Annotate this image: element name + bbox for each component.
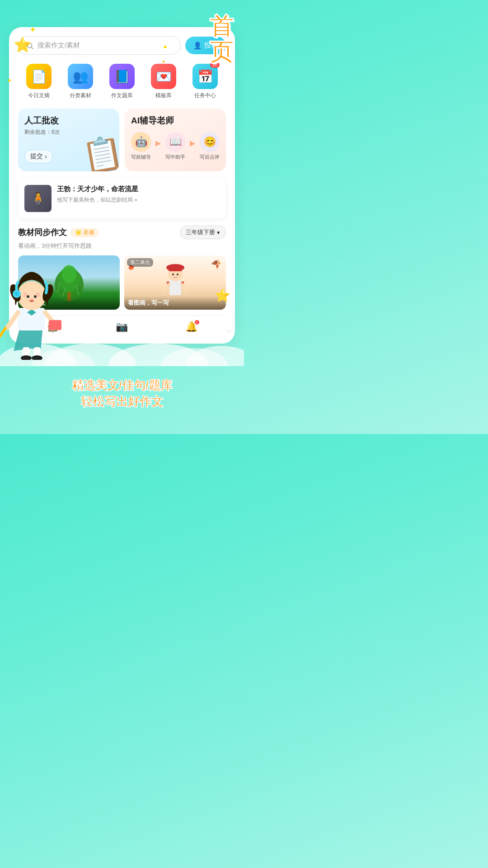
doc-illustration: 📋 xyxy=(79,132,119,171)
nav-icon-category: 👥 xyxy=(68,64,93,89)
grade-label: 三年级下册 xyxy=(186,228,215,236)
textbook-cards: 植物朋友 xyxy=(18,255,226,310)
ai-step-2[interactable]: 📖 写中助手 xyxy=(165,132,185,160)
article-info: 王勃：天才少年，命若流星 他写下最美秋色，却以悲剧结局 » xyxy=(57,185,138,212)
article-desc: 他写下最美秋色，却以悲剧结局 » xyxy=(57,196,138,204)
feature-panels: 人工批改 剩余批改：8次 提交 › 📋 AI辅导老师 🤖 写前辅导 ▶ 📖 写中… xyxy=(18,108,226,171)
svg-point-4 xyxy=(62,265,76,283)
nav-item-template[interactable]: 💌 模板库 xyxy=(151,64,176,99)
grade-selector[interactable]: 三年级下册 ▾ xyxy=(180,226,226,239)
card-2-unit-badge: 第二单元 xyxy=(127,258,153,267)
card-1-visual: 植物朋友 xyxy=(18,255,120,310)
article-title: 王勃：天才少年，命若流星 xyxy=(57,185,138,193)
textbook-card-2[interactable]: 🍂 🍁 第二单元 看图画，写一写 xyxy=(124,255,226,310)
cloud-svg xyxy=(0,330,244,366)
svg-line-15 xyxy=(164,284,169,291)
article-thumb: 🧍 xyxy=(24,185,52,212)
nav-label-topic: 作文题库 xyxy=(111,92,133,99)
textbook-section: 教材同步作文 🌟 灵感 三年级下册 ▾ 看动画，3分钟打开写作思路 xyxy=(18,226,226,310)
nav-icon-daily: 📄 xyxy=(26,64,52,89)
section-header: 教材同步作文 🌟 灵感 三年级下册 ▾ xyxy=(18,226,226,239)
nav-icon-task: 📅 20 xyxy=(192,64,218,89)
ai-step-1[interactable]: 🤖 写前辅导 xyxy=(131,132,151,160)
section-title-wrap: 教材同步作文 🌟 灵感 xyxy=(18,227,99,238)
quick-nav: 📄 今日文摘 👥 分类素材 📘 作文题库 💌 模板库 📅 20 任务中心 xyxy=(18,64,226,99)
nav-icon-template: 💌 xyxy=(151,64,176,89)
arrow-icon: › xyxy=(45,153,47,160)
nav-item-task[interactable]: 📅 20 任务中心 xyxy=(192,64,218,99)
svg-point-13 xyxy=(172,274,174,275)
svg-point-0 xyxy=(27,43,32,48)
inspiration-tag: 🌟 灵感 xyxy=(70,228,99,237)
svg-point-14 xyxy=(177,274,178,275)
correction-submit-tag[interactable]: 提交 › xyxy=(24,150,53,163)
page-title-badge: 首 页 xyxy=(210,14,235,65)
ai-step-2-label: 写中助手 xyxy=(165,154,185,160)
nav-item-category[interactable]: 👥 分类素材 xyxy=(68,64,93,99)
nav-item-daily[interactable]: 📄 今日文摘 xyxy=(26,64,52,99)
article-image: 🧍 xyxy=(24,185,52,212)
textbook-card-1[interactable]: 植物朋友 xyxy=(18,255,120,310)
submit-icon: 👤 xyxy=(193,42,202,50)
main-card: 搜索作文/素材 👤 投稿 📄 今日文摘 👥 分类素材 📘 作文题库 💌 模板库 … xyxy=(9,27,235,344)
card-2-visual: 🍂 🍁 第二单元 看图画，写一写 xyxy=(124,255,226,310)
notify-badge: 1 xyxy=(195,320,199,325)
nav-label-daily: 今日文摘 xyxy=(28,92,50,99)
ai-step-3-label: 写后点评 xyxy=(200,154,220,160)
card-2-label: 看图画，写一写 xyxy=(124,296,226,310)
slogan-line-1: 精选美文/佳句/题库 xyxy=(0,377,244,393)
ai-step-3-icon: 😊 xyxy=(200,132,220,152)
search-icon xyxy=(26,42,34,50)
svg-rect-12 xyxy=(169,266,182,271)
flow-arrow-1: ▶ xyxy=(155,139,161,147)
ai-teacher-panel[interactable]: AI辅导老师 🤖 写前辅导 ▶ 📖 写中助手 ▶ 😊 写后点评 xyxy=(125,108,226,171)
human-correction-title: 人工批改 xyxy=(24,115,113,127)
svg-rect-9 xyxy=(169,279,181,295)
nav-label-template: 模板库 xyxy=(155,92,172,99)
search-bar: 搜索作文/素材 👤 投稿 xyxy=(18,36,226,55)
slogan-line-2: 轻松写出好作文 xyxy=(0,393,244,410)
article-card[interactable]: 🧍 王勃：天才少年，命若流星 他写下最美秋色，却以悲剧结局 » " xyxy=(18,179,226,218)
search-placeholder: 搜索作文/素材 xyxy=(38,41,80,50)
nav-icon-topic: 📘 xyxy=(109,64,135,89)
cloud-decoration xyxy=(0,330,244,368)
svg-line-1 xyxy=(31,47,33,49)
nav-label-task: 任务中心 xyxy=(194,92,216,99)
card-1-label: 植物朋友 xyxy=(18,296,120,310)
flow-arrow-2: ▶ xyxy=(190,139,195,147)
ai-step-1-icon: 🤖 xyxy=(131,132,151,152)
bottom-slogan: 精选美文/佳句/题库 轻松写出好作文 xyxy=(0,368,244,424)
ai-flow: 🤖 写前辅导 ▶ 📖 写中助手 ▶ 😊 写后点评 xyxy=(131,132,220,160)
submit-tag-label: 提交 xyxy=(30,152,43,160)
ai-step-1-label: 写前辅导 xyxy=(131,154,151,160)
human-correction-panel[interactable]: 人工批改 剩余批改：8次 提交 › 📋 xyxy=(18,108,119,171)
ai-step-2-icon: 📖 xyxy=(165,132,185,152)
nav-label-category: 分类素材 xyxy=(70,92,91,99)
svg-line-16 xyxy=(181,284,187,291)
section-title: 教材同步作文 xyxy=(18,227,67,238)
search-input-wrap[interactable]: 搜索作文/素材 xyxy=(18,36,181,55)
nav-item-topic[interactable]: 📘 作文题库 xyxy=(109,64,135,99)
ai-teacher-title: AI辅导老师 xyxy=(131,115,220,127)
section-desc: 看动画，3分钟打开写作思路 xyxy=(18,242,226,250)
ai-step-3[interactable]: 😊 写后点评 xyxy=(200,132,220,160)
dropdown-icon: ▾ xyxy=(217,229,220,236)
